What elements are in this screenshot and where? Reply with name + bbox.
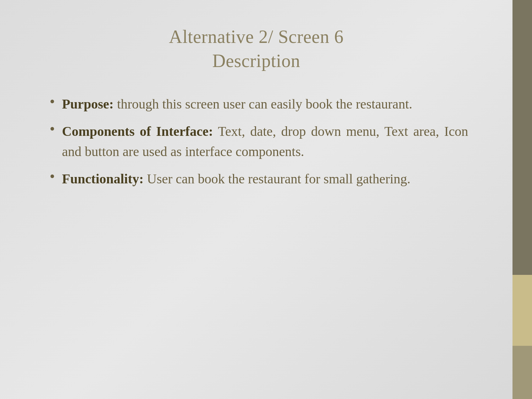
slide-container: Alternative 2/ Screen 6 Description • Pu… [0, 0, 532, 399]
right-bar-light [512, 275, 532, 346]
right-bar-decoration [512, 0, 532, 399]
functionality-label: Functionality: [62, 171, 144, 186]
content-section: • Purpose: through this screen user can … [28, 94, 504, 196]
slide-title: Alternative 2/ Screen 6 Description [28, 25, 484, 73]
functionality-text: User can book the restaurant for small g… [144, 171, 410, 186]
purpose-text: through this screen user can easily book… [113, 96, 412, 111]
bullet-purpose: • Purpose: through this screen user can … [50, 94, 468, 114]
bullet-dot-functionality: • [50, 166, 55, 187]
bullet-functionality: • Functionality: User can book the resta… [50, 169, 468, 189]
bullet-components: • Components of Interface: Text, date, d… [50, 121, 468, 162]
bullet-dot-purpose: • [50, 91, 55, 112]
title-section: Alternative 2/ Screen 6 Description [28, 25, 504, 73]
bullet-text-functionality: Functionality: User can book the restaur… [62, 169, 468, 189]
title-line2: Description [212, 51, 300, 71]
right-bar-dark [512, 0, 532, 275]
right-bar-medium [512, 346, 532, 399]
bullet-text-components: Components of Interface: Text, date, dro… [62, 121, 468, 162]
bullet-text-purpose: Purpose: through this screen user can ea… [62, 94, 468, 114]
bullet-dot-components: • [50, 118, 55, 139]
title-line1: Alternative 2/ Screen 6 [169, 27, 343, 47]
purpose-label: Purpose: [62, 96, 114, 111]
components-label: Components of Interface: [62, 124, 213, 139]
